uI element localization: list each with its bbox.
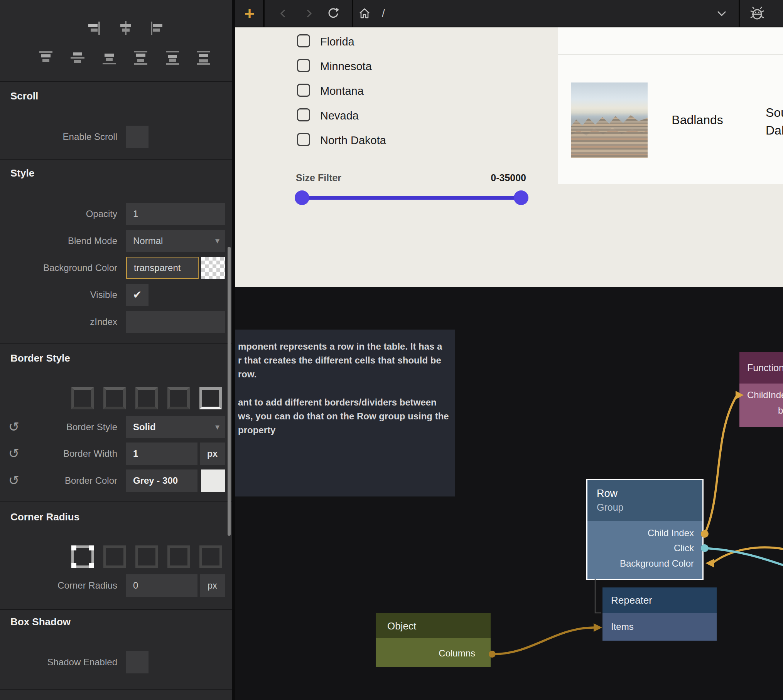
shadow-enabled-checkbox[interactable] <box>126 651 148 673</box>
repeater-node[interactable]: Repeater Items <box>602 587 717 641</box>
row-group-node[interactable]: Row Group Child Index Click Background C… <box>587 480 702 579</box>
florida-checkbox[interactable] <box>297 34 310 47</box>
size-filter-slider-track[interactable] <box>302 196 521 200</box>
opacity-row: Opacity 1 <box>0 203 232 225</box>
background-color-row: Background Color transparent <box>0 257 232 279</box>
montana-checkbox[interactable] <box>297 84 310 97</box>
corner-all-selector-selected[interactable] <box>71 545 94 568</box>
debug-bug-icon[interactable] <box>746 0 768 27</box>
path-text[interactable]: / <box>378 0 389 27</box>
blend-mode-label: Blend Mode <box>0 230 117 252</box>
border-right-selector[interactable] <box>135 387 158 409</box>
tooltip-line: row. <box>238 367 452 381</box>
clipped-port[interactable]: b <box>778 405 783 416</box>
badlands-photo <box>571 82 648 158</box>
result-card[interactable]: Badlands South Dakota <box>558 27 783 184</box>
align-right-icon[interactable] <box>86 20 101 36</box>
minnesota-checkbox[interactable] <box>297 59 310 72</box>
wire-arrowhead <box>705 559 714 567</box>
distribute-vertical-icon[interactable] <box>196 50 211 66</box>
align-center-horizontal-icon[interactable] <box>118 20 133 36</box>
checkbox-row: Nevada <box>235 107 505 125</box>
child-index-input-port[interactable]: ChildIndex <box>747 390 783 400</box>
child-index-port[interactable]: Child Index <box>648 528 694 538</box>
blend-mode-select[interactable]: Normal▾ <box>126 230 225 252</box>
hierarchy-connector <box>595 579 601 613</box>
card-subtitle-line: South <box>766 104 783 121</box>
size-filter-range-value: 0-35000 <box>428 172 526 183</box>
align-left-icon[interactable] <box>150 20 165 36</box>
border-width-unit[interactable]: px <box>200 443 225 465</box>
function-node[interactable]: Function ChildIndex b <box>739 352 783 427</box>
panel-scrollbar[interactable] <box>228 247 231 536</box>
corner-topright-selector[interactable] <box>135 545 158 568</box>
background-color-port[interactable]: Background Color <box>620 558 694 569</box>
opacity-input[interactable]: 1 <box>126 203 225 225</box>
background-color-label: Background Color <box>0 257 117 279</box>
wire-to-background-color <box>713 547 783 562</box>
border-color-input[interactable]: Grey - 300 <box>126 469 197 492</box>
align-bottom-icon[interactable] <box>101 50 117 66</box>
section-divider <box>0 343 232 344</box>
border-left-selector[interactable] <box>167 387 190 409</box>
forward-icon[interactable] <box>301 0 316 27</box>
property-panel: Scroll Enable Scroll Style Opacity 1 Ble… <box>0 0 232 700</box>
enable-scroll-label: Enable Scroll <box>0 126 117 148</box>
shadow-section-title: Box Shadow <box>10 616 71 628</box>
border-bottom-selector-selected[interactable] <box>199 387 222 409</box>
wire-arrowhead <box>594 623 602 632</box>
add-button[interactable]: + <box>242 0 257 27</box>
space-around-vertical-icon[interactable] <box>165 50 180 66</box>
preview-viewport: Florida Minnesota Montana Nevada North D… <box>235 27 783 287</box>
checkbox-label: North Dakota <box>320 131 386 149</box>
checkbox-row: Minnesota <box>235 57 505 76</box>
style-section-title: Style <box>10 167 34 179</box>
card-subtitle-line: Dakota <box>766 121 783 139</box>
corner-topleft-selector[interactable] <box>103 545 126 568</box>
wire-columns-to-items <box>494 628 594 654</box>
section-divider <box>0 609 232 610</box>
visible-checkbox[interactable]: ✔ <box>126 284 148 306</box>
back-icon[interactable] <box>276 0 291 27</box>
tooltip-line: mponent represents a row in the table. I… <box>238 340 452 353</box>
align-center-vertical-icon[interactable] <box>70 50 85 66</box>
border-all-selector[interactable] <box>71 387 94 409</box>
home-icon[interactable] <box>356 0 373 27</box>
corner-radius-input[interactable]: 0 <box>126 574 197 597</box>
visible-label: Visible <box>0 284 117 306</box>
blend-mode-row: Blend Mode Normal▾ <box>0 230 232 252</box>
corner-section-title: Corner Radius <box>10 511 79 523</box>
border-top-selector[interactable] <box>103 387 126 409</box>
nevada-checkbox[interactable] <box>297 108 310 121</box>
corner-bottomleft-selector[interactable] <box>199 545 222 568</box>
corner-radius-unit[interactable]: px <box>200 574 225 597</box>
size-filter-label: Size Filter <box>296 172 341 183</box>
opacity-label: Opacity <box>0 203 117 225</box>
app-window: Scroll Enable Scroll Style Opacity 1 Ble… <box>0 0 783 700</box>
align-top-icon[interactable] <box>38 50 54 66</box>
scroll-section-title: Scroll <box>10 90 38 102</box>
click-port[interactable]: Click <box>674 543 694 554</box>
columns-port[interactable]: Columns <box>439 648 475 659</box>
items-port[interactable]: Items <box>611 621 634 632</box>
zindex-input[interactable] <box>126 311 225 333</box>
node-editor-canvas[interactable]: mponent represents a row in the table. I… <box>235 287 783 700</box>
enable-scroll-row: Enable Scroll <box>0 126 232 148</box>
border-section-title: Border Style <box>10 352 70 364</box>
slider-handle-min[interactable] <box>295 190 309 205</box>
object-node[interactable]: Object Columns <box>376 613 491 667</box>
background-color-input[interactable]: transparent <box>126 257 199 279</box>
chevron-down-icon[interactable] <box>713 0 730 27</box>
chevron-down-icon: ▾ <box>215 416 219 438</box>
space-between-vertical-icon[interactable] <box>133 50 148 66</box>
slider-handle-max[interactable] <box>514 190 528 205</box>
border-style-select[interactable]: Solid▾ <box>126 416 225 438</box>
border-color-swatch[interactable] <box>201 469 225 492</box>
border-width-input[interactable]: 1 <box>126 443 197 465</box>
enable-scroll-checkbox[interactable] <box>126 126 148 148</box>
background-color-swatch[interactable] <box>201 257 225 279</box>
refresh-icon[interactable] <box>325 0 341 27</box>
corner-bottomright-selector[interactable] <box>167 545 190 568</box>
north-dakota-checkbox[interactable] <box>297 133 310 146</box>
wire-click-out <box>705 548 783 565</box>
